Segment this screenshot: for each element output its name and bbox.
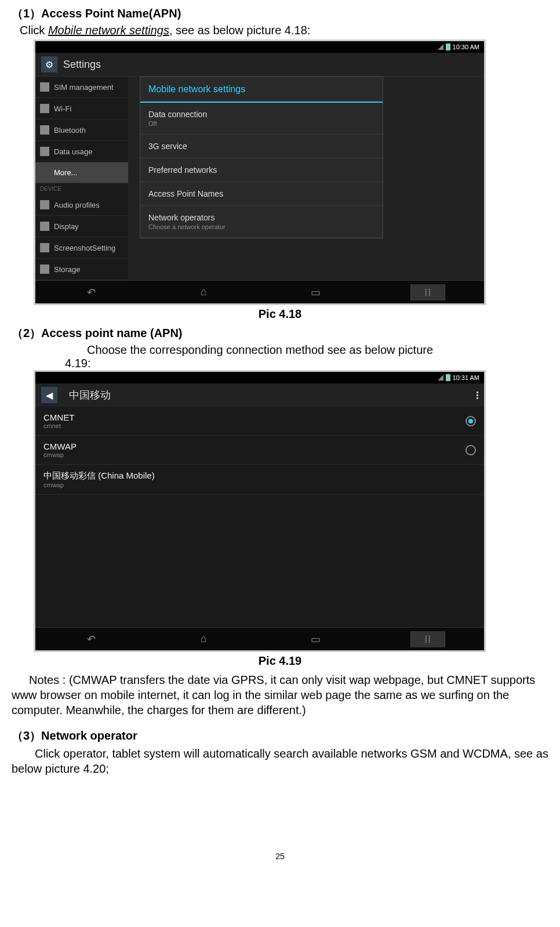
apn-header-left: ◀ 中国移动 <box>41 387 111 403</box>
settings-icon: ⚙ <box>41 56 57 73</box>
menu-button[interactable] <box>477 392 478 399</box>
nav-screenshot-button[interactable]: ⁞⁞ <box>410 284 445 300</box>
app-back-icon[interactable]: ◀ <box>41 387 57 403</box>
status-bar: 10:31 AM <box>35 372 484 383</box>
section3-text: Click operator, tablet system will autom… <box>12 746 548 776</box>
apn-sub: cmnet <box>43 422 74 429</box>
apn-item-cmnet[interactable]: CMNET cmnet <box>35 407 484 436</box>
storage-icon <box>40 265 49 274</box>
apn-text: CMNET cmnet <box>43 412 74 429</box>
nav-recent-button[interactable]: ▭ <box>299 631 333 647</box>
sidebar-item-storage[interactable]: Storage <box>35 259 128 280</box>
dialog-item-label: Preferred networks <box>148 165 374 175</box>
apn-item-cmwap[interactable]: CMWAP cmwap <box>35 436 484 465</box>
dialog-item-label: Network operators <box>148 213 374 222</box>
nav-recent-button[interactable]: ▭ <box>299 284 333 300</box>
sidebar-label: Wi-Fi <box>54 104 71 113</box>
android-apn-screenshot: 10:31 AM ◀ 中国移动 CMNET cmnet CMWAP cmwap <box>34 370 486 652</box>
apn-title: CMWAP <box>43 441 77 451</box>
pic-caption-1: Pic 4.18 <box>12 307 548 321</box>
apn-header: ◀ 中国移动 <box>35 383 484 407</box>
signal-icon <box>438 375 443 381</box>
sidebar-item-wifi[interactable]: Wi-Fi <box>35 98 128 120</box>
sidebar-item-bluetooth[interactable]: Bluetooth <box>35 120 128 141</box>
dialog-item-preferred[interactable]: Preferred networks <box>140 158 383 182</box>
section2-header: （2）Access point name (APN) <box>12 325 548 341</box>
instruction-link: Mobile network settings <box>48 24 169 37</box>
apn-title: 中国移动 <box>69 388 111 402</box>
sidebar-item-data[interactable]: Data usage <box>35 141 128 162</box>
nav-back-button[interactable]: ↶ <box>74 631 109 647</box>
status-time: 10:30 AM <box>453 44 479 50</box>
status-time: 10:31 AM <box>453 374 479 381</box>
android-settings-screenshot: 10:30 AM ⚙ Settings SIM management Wi-Fi… <box>34 39 486 305</box>
dialog-item-data-connection[interactable]: Data connection Off <box>140 103 383 135</box>
sidebar-item-sim[interactable]: SIM management <box>35 77 128 98</box>
notes: Notes : (CMWAP transfers the date via GP… <box>12 672 548 718</box>
status-bar: 10:30 AM <box>35 41 484 53</box>
nav-bar: ↶ ⌂ ▭ ⁞⁞ <box>35 280 484 303</box>
nav-home-button[interactable]: ⌂ <box>186 284 221 300</box>
page-number: 25 <box>12 852 548 861</box>
instruction-prefix: Click <box>20 24 48 37</box>
apn-body: CMNET cmnet CMWAP cmwap 中国移动彩信 (China Mo… <box>35 407 484 627</box>
audio-icon <box>40 200 49 209</box>
dialog-item-operators[interactable]: Network operators Choose a network opera… <box>140 206 383 238</box>
sidebar-label: ScreenshotSetting <box>54 244 115 252</box>
instruction-suffix: , see as below picture 4.18: <box>169 24 310 37</box>
apn-text: CMWAP cmwap <box>43 441 77 458</box>
screenshot-icon <box>40 243 49 252</box>
screenshot-4-18-container: 10:30 AM ⚙ Settings SIM management Wi-Fi… <box>34 39 526 305</box>
bluetooth-icon <box>40 125 49 135</box>
dialog-item-apn[interactable]: Access Point Names <box>140 182 383 206</box>
sidebar-label: Bluetooth <box>54 126 86 135</box>
section2-text: Choose the corresponding connection meth… <box>87 343 548 357</box>
apn-sub: cmwap <box>43 481 155 488</box>
section1-header: （1）Access Point Name(APN) <box>12 6 548 21</box>
dialog-item-3g[interactable]: 3G service <box>140 135 383 158</box>
data-icon <box>40 147 49 156</box>
mobile-network-dialog: Mobile network settings Data connection … <box>140 77 383 238</box>
dialog-item-label: 3G service <box>148 142 374 151</box>
apn-text: 中国移动彩信 (China Mobile) cmwap <box>43 470 155 488</box>
sim-icon <box>40 82 49 92</box>
battery-icon <box>446 44 450 50</box>
apn-radio[interactable] <box>466 445 476 455</box>
battery-icon <box>446 374 450 381</box>
sidebar-label: Audio profiles <box>54 201 100 209</box>
pic-caption-2: Pic 4.19 <box>12 654 548 668</box>
sidebar-label: Display <box>54 222 79 231</box>
app-header: ⚙ Settings <box>35 53 484 77</box>
signal-icon <box>438 44 443 50</box>
sidebar-item-audio[interactable]: Audio profiles <box>35 194 128 216</box>
sidebar-item-display[interactable]: Display <box>35 216 128 237</box>
section2-text-sub: 4.19: <box>65 357 548 370</box>
apn-sub: cmwap <box>43 451 77 458</box>
nav-back-button[interactable]: ↶ <box>74 284 109 300</box>
sidebar-divider: DEVICE <box>35 183 128 194</box>
wifi-icon <box>40 104 49 113</box>
section1-instruction: Click Mobile network settings, see as be… <box>20 24 548 37</box>
settings-sidebar: SIM management Wi-Fi Bluetooth Data usag… <box>35 77 128 280</box>
apn-item-mms[interactable]: 中国移动彩信 (China Mobile) cmwap <box>35 465 484 495</box>
dialog-item-label: Access Point Names <box>148 189 374 198</box>
notes-content: Notes : (CMWAP transfers the date via GP… <box>12 673 535 716</box>
apn-radio-selected[interactable] <box>466 416 476 426</box>
nav-bar: ↶ ⌂ ▭ ⁞⁞ <box>35 627 484 650</box>
dialog-title: Mobile network settings <box>140 77 383 103</box>
section3-content: Click operator, tablet system will autom… <box>12 747 548 775</box>
display-icon <box>40 222 49 231</box>
dialog-item-label: Data connection <box>148 110 374 119</box>
dialog-item-sub: Off <box>148 120 374 127</box>
nav-screenshot-button[interactable]: ⁞⁞ <box>410 631 445 647</box>
sidebar-label: Data usage <box>54 147 93 156</box>
sidebar-item-more[interactable]: More... <box>35 162 128 183</box>
app-title: Settings <box>63 59 101 71</box>
apn-title: CMNET <box>43 412 74 422</box>
screenshot-4-19-container: 10:31 AM ◀ 中国移动 CMNET cmnet CMWAP cmwap <box>34 370 526 652</box>
dialog-item-sub: Choose a network operator <box>148 223 374 230</box>
sidebar-item-screenshot[interactable]: ScreenshotSetting <box>35 237 128 259</box>
section3-header: （3）Network operator <box>12 728 548 744</box>
sidebar-label: Storage <box>54 265 81 274</box>
nav-home-button[interactable]: ⌂ <box>186 631 221 647</box>
